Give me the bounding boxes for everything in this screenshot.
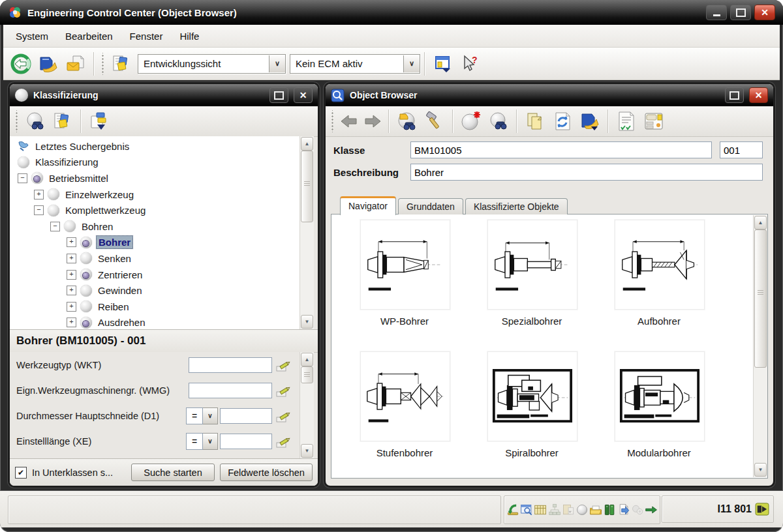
menu-bearbeiten[interactable]: Bearbeiten <box>57 27 121 46</box>
scroll-down-button[interactable]: ▼ <box>301 315 313 329</box>
d1-input[interactable] <box>220 408 272 424</box>
back-home-button[interactable] <box>7 51 35 77</box>
card-stufenbohrer[interactable]: Stufenbohrer <box>360 351 449 458</box>
tree-item-gewinden[interactable]: Gewinden <box>10 282 314 299</box>
scroll-thumb[interactable] <box>301 151 313 222</box>
context-help-button[interactable]: ? <box>457 51 484 77</box>
tab-grunddaten[interactable]: Grunddaten <box>398 198 463 214</box>
form-view-button[interactable] <box>640 108 668 134</box>
view-combobox-dropdown-icon[interactable] <box>269 55 285 72</box>
tree-item-ausdrehen[interactable]: Ausdrehen <box>10 315 314 329</box>
tree-item-betriebsmittel[interactable]: Betriebsmittel <box>10 170 314 186</box>
copy-object-button[interactable] <box>521 108 549 134</box>
navigator-scrollbar[interactable]: ▲ ▼ <box>753 215 767 477</box>
class-input[interactable] <box>410 141 712 158</box>
scroll-up-button[interactable]: ▲ <box>754 216 767 229</box>
nav-forward-button[interactable] <box>361 108 384 134</box>
close-button[interactable]: ✕ <box>754 5 775 20</box>
save-version-icon[interactable] <box>562 502 575 518</box>
expander-icon[interactable] <box>67 254 76 263</box>
maximize-button[interactable] <box>730 5 751 20</box>
menu-fenster[interactable]: Fenster <box>121 27 172 46</box>
classification-maximize-button[interactable] <box>269 87 288 103</box>
tree-item-komplettwerkzeug[interactable]: Komplettwerkzeug <box>10 202 314 218</box>
nav-back-button[interactable] <box>337 108 361 134</box>
form-scrollbar[interactable]: ▲ ▼ <box>299 352 314 458</box>
preview-window-icon[interactable] <box>520 502 533 518</box>
tree-item-zentrieren[interactable]: Zentrieren <box>10 267 314 283</box>
edit-field-button[interactable] <box>275 409 294 423</box>
go-arrow-icon[interactable] <box>645 502 658 518</box>
tree-item-bohrer[interactable]: Bohrer <box>10 235 314 251</box>
expander-icon[interactable] <box>34 190 44 200</box>
copy-document-icon[interactable] <box>617 502 630 518</box>
expander-icon[interactable] <box>67 270 76 280</box>
scroll-down-button[interactable]: ▼ <box>754 463 767 477</box>
scroll-thumb[interactable] <box>301 366 313 383</box>
menu-system[interactable]: System <box>7 27 57 46</box>
menu-hilfe[interactable]: Hilfe <box>171 27 207 46</box>
report-button[interactable] <box>613 108 640 134</box>
export-classification-button[interactable] <box>85 108 113 134</box>
card-modularbohrer[interactable]: Modularbohrer <box>615 351 703 458</box>
view-combobox[interactable]: Entwicklungssicht <box>138 54 286 74</box>
edit-class-button[interactable] <box>421 108 448 134</box>
expander-icon[interactable] <box>67 286 76 295</box>
refresh-object-button[interactable] <box>549 108 576 134</box>
description-input[interactable] <box>410 164 763 181</box>
class-version-input[interactable] <box>720 141 763 158</box>
scroll-up-button[interactable]: ▲ <box>301 137 313 151</box>
find-object-button[interactable] <box>485 108 512 134</box>
expander-icon[interactable] <box>34 205 44 215</box>
notes-button[interactable] <box>108 51 135 77</box>
d1-operator-dropdown[interactable] <box>203 407 218 424</box>
expander-icon[interactable] <box>50 222 60 231</box>
sphere-icon[interactable] <box>576 502 589 518</box>
tree-item-reiben[interactable]: Reiben <box>10 299 314 315</box>
edit-field-button[interactable] <box>275 383 294 398</box>
scroll-thumb[interactable] <box>754 229 767 368</box>
tree-scrollbar[interactable]: ▲ ▼ <box>299 136 314 329</box>
classification-close-button[interactable]: ✕ <box>294 87 313 103</box>
expander-icon[interactable] <box>18 173 27 183</box>
table-icon[interactable] <box>534 502 547 518</box>
search-classification-button[interactable] <box>22 108 49 134</box>
new-object-button[interactable] <box>457 108 485 134</box>
start-search-button[interactable]: Suche starten <box>131 464 215 481</box>
workspace-button[interactable] <box>35 51 62 77</box>
xe-input[interactable] <box>220 434 272 449</box>
clear-fields-button[interactable]: Feldwerte löschen <box>220 464 313 481</box>
object-browser-close-button[interactable]: ✕ <box>749 87 768 103</box>
tab-klassifizierte-objekte[interactable]: Klassifizierte Objekte <box>465 198 568 214</box>
expander-icon[interactable] <box>67 302 76 312</box>
tree-item-letztes-suchergebnis[interactable]: Letztes Suchergebnis <box>10 138 314 155</box>
object-browser-maximize-button[interactable] <box>725 87 744 103</box>
wmg-input[interactable] <box>189 383 272 398</box>
tree-item-klassifizierung[interactable]: Klassifizierung <box>10 155 314 171</box>
classification-notes-button[interactable] <box>49 108 76 134</box>
checkin-object-button[interactable] <box>576 108 604 134</box>
export-structure-icon[interactable] <box>506 502 519 518</box>
settings-spheres-icon[interactable] <box>631 502 644 518</box>
mail-folder-icon[interactable] <box>589 502 602 518</box>
scroll-up-button[interactable]: ▲ <box>301 353 313 366</box>
send-mail-button[interactable] <box>62 51 89 77</box>
expander-icon[interactable] <box>67 318 76 327</box>
toolbar-grip[interactable] <box>331 110 335 132</box>
toolbar-grip[interactable] <box>15 110 19 132</box>
edit-field-button[interactable] <box>275 434 294 449</box>
window-layout-button[interactable] <box>429 51 457 77</box>
tree-item-bohren[interactable]: Bohren <box>10 218 314 235</box>
subclass-checkbox[interactable] <box>15 467 27 479</box>
card-aufbohrer[interactable]: Aufbohrer <box>615 220 703 327</box>
scroll-down-button[interactable]: ▼ <box>301 444 313 458</box>
xe-operator-dropdown[interactable] <box>203 433 218 450</box>
card-wp-bohrer[interactable]: WP-Bohrer <box>360 220 449 327</box>
tab-navigator[interactable]: Navigator <box>340 196 396 215</box>
tree-item-senken[interactable]: Senken <box>10 250 314 267</box>
edit-field-button[interactable] <box>275 358 294 372</box>
session-icon[interactable] <box>755 503 769 516</box>
card-spiralbohrer[interactable]: Spiralbohrer <box>487 351 576 458</box>
ecm-combobox-dropdown-icon[interactable] <box>403 55 420 72</box>
catalog-books-icon[interactable] <box>603 502 616 518</box>
